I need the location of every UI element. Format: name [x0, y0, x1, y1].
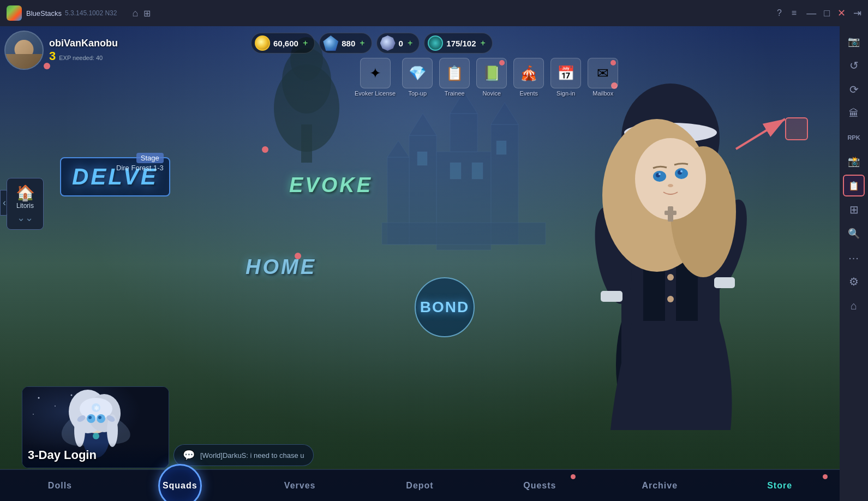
svg-rect-10 — [450, 163, 461, 179]
svg-marker-8 — [387, 141, 409, 157]
chat-bar[interactable]: 💬 [World]DarkuS: i need to chase u — [173, 444, 314, 466]
svg-marker-2 — [409, 114, 436, 135]
eye-value: 175/102 — [446, 39, 476, 48]
gem-plus-button[interactable]: + — [360, 38, 364, 48]
nav-evoker-license[interactable]: ✦ Evoker License — [355, 58, 396, 97]
sidebar-building-icon[interactable]: 🏛 — [843, 103, 865, 124]
nav-store[interactable]: Store — [720, 470, 840, 501]
sidebar-more-icon[interactable]: ··· — [843, 247, 865, 269]
gold-value: 60,600 — [273, 39, 298, 48]
expand-button[interactable]: ⇥ — [853, 7, 861, 19]
verves-label: Verves — [284, 481, 316, 491]
eye-plus-button[interactable]: + — [481, 38, 486, 48]
evoke-text: EVOKE — [289, 174, 373, 197]
window-controls: ? ≡ — [777, 8, 797, 18]
nav-mailbox[interactable]: ✉ Mailbox — [588, 58, 618, 97]
store-red-dot — [823, 474, 828, 479]
nav-dolls[interactable]: Dolls — [0, 470, 120, 501]
events-icon-box: 🎪 — [513, 58, 544, 88]
castle-silhouette — [355, 70, 573, 261]
currency-gem: 880 + — [319, 33, 372, 53]
close-button[interactable]: ✕ — [837, 7, 846, 19]
delve-button[interactable]: Stage DELVE Dire Forest 1-3 — [60, 157, 170, 196]
app-title: BlueStacks — [26, 9, 62, 17]
store-label: Store — [767, 481, 792, 491]
nav-trainee[interactable]: 📋 Trainee — [439, 58, 470, 97]
litoris-box: 🏠 Litoris ⌄⌄ — [7, 178, 44, 230]
crystal-plus-button[interactable]: + — [408, 38, 412, 48]
map-red-dot-1 — [262, 146, 268, 153]
mailbox-label: Mailbox — [592, 90, 613, 97]
app-version: 5.3.145.1002 N32 — [65, 9, 117, 17]
trainee-label: Trainee — [445, 90, 465, 97]
help-icon[interactable]: ? — [777, 8, 782, 18]
currency-gold: 60,600 + — [251, 33, 315, 53]
home-nav-icon[interactable]: ⌂ — [132, 8, 138, 19]
svg-rect-11 — [472, 163, 483, 179]
crystal-value: 0 — [399, 39, 403, 48]
currency-eye: 175/102 + — [424, 33, 493, 53]
crystal-icon — [380, 35, 396, 51]
right-sidebar: 📷 ↺ ⟳ 🏛 RPK 📸 📋 ⊞ 🔍 ··· ⚙ ⌂ — [840, 26, 868, 501]
minimize-button[interactable]: — — [806, 8, 816, 19]
nav-depot[interactable]: Depot — [360, 470, 480, 501]
window-buttons: — □ ✕ ⇥ — [806, 7, 861, 19]
sidebar-rotate-icon[interactable]: ↺ — [843, 55, 865, 76]
events-label: Events — [519, 90, 538, 97]
svg-rect-13 — [496, 141, 506, 154]
nav-sign-in[interactable]: 📅 Sign-in — [550, 58, 581, 97]
sidebar-home-icon[interactable]: ⌂ — [843, 295, 865, 317]
home-button[interactable]: HOME — [246, 255, 316, 279]
litoris-panel[interactable]: 🏠 Litoris ⌄⌄ — [7, 178, 44, 230]
stage-value: Dire Forest 1-3 — [116, 164, 164, 172]
litoris-label: Litoris — [16, 202, 34, 210]
evoker-license-icon-box: ✦ — [360, 58, 391, 88]
evoke-button[interactable]: EVOKE — [289, 174, 373, 197]
bond-button[interactable]: BOND — [415, 277, 475, 337]
currency-crystal: 0 + — [376, 33, 420, 53]
player-exp: EXP needed: 40 — [59, 55, 103, 61]
login-banner-text: 3-Day Login — [28, 448, 163, 462]
nav-archive[interactable]: Archive — [600, 470, 720, 501]
sign-in-icon-box: 📅 — [550, 58, 581, 88]
sidebar-search-icon[interactable]: 🔍 — [843, 223, 865, 244]
sidebar-rpk-icon[interactable]: RPK — [843, 127, 865, 148]
svg-text:❄: ❄ — [94, 404, 99, 412]
mailbox-red-dot — [610, 60, 616, 65]
novice-red-dot — [499, 60, 505, 65]
sidebar-refresh-icon[interactable]: ⟳ — [843, 79, 865, 100]
bluestacks-logo — [7, 5, 22, 21]
top-up-icon-box: 💎 — [402, 58, 433, 88]
maximize-button[interactable]: □ — [824, 8, 830, 19]
nav-verves[interactable]: Verves — [240, 470, 360, 501]
avatar[interactable] — [4, 31, 44, 70]
nav-events[interactable]: 🎪 Events — [513, 58, 544, 97]
sidebar-settings-icon[interactable]: ⚙ — [843, 271, 865, 293]
login-banner[interactable]: ❄ 3-Day Login — [22, 386, 169, 468]
sidebar-layers-icon[interactable]: ⊞ — [843, 199, 865, 220]
gem-icon — [323, 35, 338, 51]
sidebar-screenshot-icon[interactable]: 📷 — [843, 31, 865, 52]
arrow-pointer — [731, 111, 796, 154]
gold-icon — [255, 35, 270, 51]
dolls-label: Dolls — [48, 481, 72, 491]
gold-plus-button[interactable]: + — [303, 38, 308, 48]
svg-point-66 — [88, 416, 92, 419]
player-level: 3 — [49, 49, 56, 63]
titlebar: BlueStacks 5.3.145.1002 N32 ⌂ ⊞ ? ≡ — □ … — [0, 0, 868, 26]
menu-icon[interactable]: ≡ — [792, 8, 797, 18]
login-banner-content: 3-Day Login — [22, 443, 169, 468]
nav-top-up[interactable]: 💎 Top-up — [402, 58, 433, 97]
sidebar-library-icon[interactable]: 📋 — [843, 175, 865, 196]
nav-squads[interactable]: Squads — [120, 470, 240, 501]
game-area: obiVanKanobu 3 EXP needed: 40 60,600 + 8… — [0, 26, 840, 501]
nav-quests[interactable]: Quests — [480, 470, 600, 501]
player-details: obiVanKanobu 3 EXP needed: 40 — [49, 38, 118, 63]
nav-novice[interactable]: 📗 Novice — [476, 58, 507, 97]
archive-label: Archive — [642, 481, 678, 491]
svg-rect-9 — [382, 223, 546, 244]
tabs-nav-icon[interactable]: ⊞ — [143, 8, 151, 19]
sidebar-camera-icon[interactable]: 📸 — [843, 151, 865, 172]
svg-rect-12 — [417, 152, 427, 165]
evoker-license-label: Evoker License — [355, 90, 396, 97]
